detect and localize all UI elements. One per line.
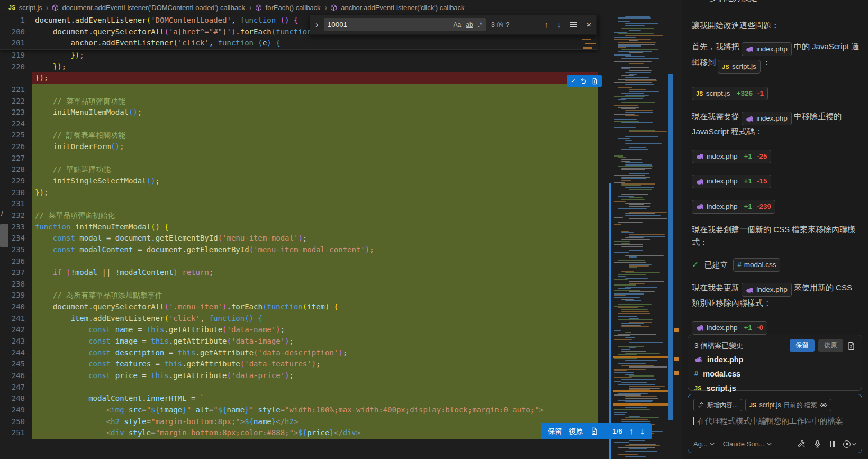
undo-all-button[interactable]: 復原 [818, 339, 843, 352]
code-line[interactable]: 239 // 為所有菜單品項添加點擊事件 [0, 290, 598, 301]
code-line[interactable]: 219 }); [0, 50, 598, 61]
code-line[interactable]: 221 [0, 84, 598, 96]
minimap-line [629, 204, 644, 205]
eye-icon[interactable] [820, 401, 827, 409]
minimap-line [621, 231, 629, 232]
code-line[interactable]: 228 // 單點選擇功能 [0, 164, 598, 176]
file-diff-icon[interactable] [590, 427, 598, 435]
code-line[interactable]: 240 document.querySelectorAll('.menu-ite… [0, 301, 598, 313]
find-input[interactable]: 10001 Aa ab .* [324, 18, 486, 31]
pause-icon[interactable] [829, 441, 835, 447]
code-line[interactable]: 237 if (!modal || !modalContent) return; [0, 267, 598, 279]
code-line[interactable]: 246 const price = this.getAttribute('dat… [0, 370, 598, 382]
code-line[interactable]: 245 const features = this.getAttribute('… [0, 359, 598, 370]
code-line[interactable]: 242 const name = this.getAttribute('data… [0, 324, 598, 336]
code-line[interactable]: 249 <img src="${image}" alt="${name}" st… [0, 405, 598, 416]
file-chip-index.php[interactable]: index.php [742, 112, 792, 125]
whole-word-icon[interactable]: ab [466, 21, 473, 29]
code-line[interactable]: 225 // 訂餐表單相關功能 [0, 130, 598, 141]
chat-input-box[interactable]: 新增內容... JS script.js 目前的 檔案 在代理程式模式中編輯您的… [688, 394, 862, 453]
find-in-selection-icon[interactable] [570, 21, 577, 29]
add-context-chip[interactable]: 新增內容... [693, 399, 742, 411]
left-edge-scrollbar[interactable] [0, 224, 8, 247]
file-chip-index.php[interactable]: index.php [742, 283, 792, 297]
file-chip-label: index.php [756, 112, 788, 125]
accept-change-icon[interactable]: ✓ [571, 77, 576, 85]
code-line[interactable]: 251 <div style="margin-bottom:8px;color:… [0, 427, 598, 439]
minimap-line [621, 351, 646, 352]
changed-file-name: script.js [707, 384, 736, 392]
chevron-down-icon [852, 443, 856, 446]
code-text: const description = this.getAttribute('d… [35, 347, 598, 359]
changed-file-index.php[interactable]: index.php [694, 353, 855, 366]
code-line[interactable]: 232// 菜單品項彈窗初始化 [0, 210, 598, 222]
code-line[interactable]: 236 [0, 256, 598, 268]
find-expand-icon[interactable]: › [315, 20, 319, 30]
php-file-icon [746, 115, 754, 123]
file-chip-modal.css[interactable]: #modal.css [733, 258, 780, 272]
code-line[interactable]: 230}); [0, 187, 598, 199]
code-line[interactable]: 248 modalContent.innerHTML = ` [0, 393, 598, 405]
overview-ruler-match [674, 328, 679, 332]
code-line[interactable]: 238 [0, 279, 598, 290]
file-chip-index.php[interactable]: index.php+1-25 [692, 150, 771, 163]
minimap-line [614, 370, 627, 371]
code-line[interactable]: 243 const image = this.getAttribute('dat… [0, 336, 598, 347]
code-line[interactable]: 234 const modal = document.getElementByI… [0, 233, 598, 244]
file-chip-index.php[interactable]: index.php [742, 42, 792, 56]
code-line[interactable]: 222 // 菜單品項彈窗功能 [0, 96, 598, 107]
code-line[interactable]: 241 item.addEventListener('click', funct… [0, 313, 598, 325]
find-close-icon[interactable]: × [586, 20, 591, 29]
keep-all-button[interactable]: 保留 [790, 339, 815, 352]
file-chip-index.php[interactable]: index.php+1-15 [692, 175, 771, 188]
code-line[interactable]: 224 [0, 118, 598, 130]
diff-action-widget: ✓ [567, 75, 602, 87]
js-file-icon: JS [694, 385, 702, 391]
file-chip-index.php[interactable]: index.php+1-0 [692, 321, 767, 335]
code-line[interactable]: 235 const modalContent = document.getEle… [0, 244, 598, 256]
code-line[interactable]: 233function initMenuItemModal() { [0, 222, 598, 233]
view-diff-icon[interactable] [847, 342, 855, 350]
breadcrumb-item[interactable]: forEach() callback [266, 4, 321, 12]
breadcrumb-file[interactable]: script.js [19, 4, 42, 12]
next-change-icon[interactable]: ↓ [640, 427, 645, 436]
code-line[interactable]: 201 anchor.addEventListener('click', fun… [0, 38, 598, 49]
file-chip-script.js[interactable]: JSscript.js [718, 60, 761, 74]
tools-icon[interactable] [798, 440, 806, 448]
minimap-line [625, 278, 648, 279]
keep-button[interactable]: 保留 [548, 427, 562, 436]
code-line[interactable]: 223 initMenuItemModal(); [0, 107, 598, 118]
code-line[interactable]: 227 [0, 153, 598, 164]
stop-record-icon[interactable] [843, 440, 856, 448]
breadcrumb-item[interactable]: document.addEventListener('DOMContentLoa… [62, 4, 245, 12]
previous-change-icon[interactable]: ↑ [629, 427, 634, 436]
undo-button[interactable]: 復原 [569, 427, 583, 436]
code-line[interactable]: 229 initSingleSelectModal(); [0, 176, 598, 187]
chat-input-field[interactable]: 在代理程式模式中編輯您的工作區中的檔案 [693, 416, 856, 426]
code-line[interactable]: 244 const description = this.getAttribut… [0, 347, 598, 359]
code-line[interactable]: 226 initOrderForm(); [0, 141, 598, 153]
match-case-icon[interactable]: Aa [454, 21, 462, 29]
code-line[interactable]: 247 [0, 382, 598, 393]
find-next-icon[interactable]: ↓ [557, 20, 562, 29]
deleted-code-line[interactable]: }); [0, 72, 598, 84]
discard-change-icon[interactable] [580, 78, 587, 85]
changed-file-script.js[interactable]: JSscript.js [694, 381, 855, 394]
code-line[interactable]: 220 }); [0, 61, 598, 73]
file-chip-script.js[interactable]: JSscript.js+326-1 [692, 87, 768, 100]
breadcrumb[interactable]: JS script.js ›document.addEventListener(… [0, 0, 607, 15]
code-line[interactable]: 231 [0, 198, 598, 210]
change-navigation-widget: 保留 復原 1/6 ↑ ↓ [541, 423, 652, 439]
code-text: modalContent.innerHTML = ` [35, 393, 598, 405]
file-chip-index.php[interactable]: index.php+1-239 [692, 200, 775, 214]
agent-mode-select[interactable]: Ag... [693, 440, 715, 448]
changed-file-modal.css[interactable]: #modal.css [694, 367, 855, 380]
current-file-chip[interactable]: JS script.js 目前的 檔案 [745, 399, 831, 411]
find-previous-icon[interactable]: ↑ [544, 20, 548, 29]
breadcrumb-item[interactable]: anchor.addEventListener('click') callbac… [341, 4, 464, 12]
microphone-icon[interactable] [813, 440, 821, 448]
open-diff-icon[interactable] [591, 78, 598, 85]
regex-icon[interactable]: .* [478, 21, 482, 29]
code-line[interactable]: 250 <h2 style="margin-bottom:8px;">${nam… [0, 416, 598, 428]
model-select[interactable]: Claude Son... [723, 440, 772, 448]
